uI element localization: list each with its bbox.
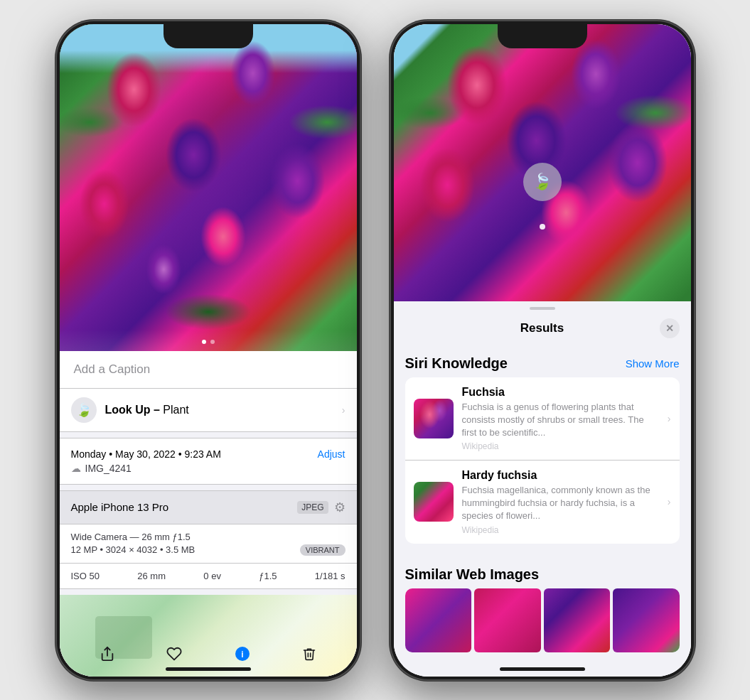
lookup-bold: Look Up – bbox=[105, 404, 160, 416]
phone1-content: Add a Caption 🍃 Look Up – Plant › bbox=[60, 24, 357, 677]
format-badge: JPEG bbox=[297, 501, 328, 514]
cloud-icon: ☁ bbox=[71, 463, 81, 474]
home-indicator-right bbox=[500, 667, 585, 671]
knowledge-item-hardy[interactable]: Hardy fuchsia Fuchsia magellanica, commo… bbox=[405, 461, 680, 544]
phone-left: Add a Caption 🍃 Look Up – Plant › bbox=[55, 20, 361, 681]
fuchsia-text: Fuchsia Fuchsia is a genus of flowering … bbox=[462, 386, 659, 452]
lookup-row[interactable]: 🍃 Look Up – Plant › bbox=[60, 389, 357, 432]
lookup-regular: Plant bbox=[160, 404, 189, 416]
device-badges: JPEG ⚙ bbox=[297, 500, 345, 515]
hardy-name: Hardy fuchsia bbox=[462, 469, 659, 482]
home-indicator bbox=[166, 667, 251, 671]
photo-area-right: 🍃 bbox=[394, 24, 691, 301]
show-more-button[interactable]: Show More bbox=[626, 357, 680, 370]
exif-ev: 0 ev bbox=[203, 571, 221, 581]
results-content[interactable]: Siri Knowledge Show More Fuchsia bbox=[394, 347, 691, 677]
leaf-icon: 🍃 bbox=[76, 402, 92, 418]
results-header: Results ✕ bbox=[394, 313, 691, 347]
sheet-handle-row bbox=[394, 301, 691, 313]
similar-header: Similar Web Images bbox=[405, 558, 680, 588]
similar-img-4[interactable] bbox=[613, 588, 680, 652]
phone-right-screen: 🍃 Results ✕ bbox=[394, 24, 691, 677]
camera-spec-text: Wide Camera — 26 mm ƒ1.5 bbox=[71, 532, 345, 542]
file-row: ☁ IMG_4241 bbox=[71, 463, 345, 474]
adjust-button[interactable]: Adjust bbox=[318, 448, 345, 460]
device-row: Apple iPhone 13 Pro JPEG ⚙ bbox=[60, 491, 357, 524]
date-text: Monday • May 30, 2022 • 9:23 AM bbox=[71, 448, 221, 460]
results-title: Results bbox=[425, 321, 660, 335]
map-preview bbox=[60, 595, 357, 677]
trash-button[interactable] bbox=[302, 646, 316, 662]
date-row: Monday • May 30, 2022 • 9:23 AM Adjust bbox=[71, 448, 345, 460]
phone-right: 🍃 Results ✕ bbox=[390, 20, 695, 681]
lookup-dot bbox=[540, 224, 545, 230]
filename-text: IMG_4241 bbox=[85, 463, 132, 474]
svg-text:i: i bbox=[241, 650, 243, 659]
exif-shutter: 1/181 s bbox=[315, 571, 345, 581]
knowledge-item-fuchsia[interactable]: Fuchsia Fuchsia is a genus of flowering … bbox=[405, 377, 680, 461]
hardy-text: Hardy fuchsia Fuchsia magellanica, commo… bbox=[462, 469, 659, 535]
similar-img-2[interactable] bbox=[474, 588, 541, 652]
fuchsia-desc: Fuchsia is a genus of flowering plants t… bbox=[462, 401, 659, 440]
photo-area-left bbox=[60, 24, 357, 351]
similar-img-1[interactable] bbox=[405, 588, 472, 652]
metadata-section: Monday • May 30, 2022 • 9:23 AM Adjust ☁… bbox=[60, 438, 357, 485]
siri-knowledge-title: Siri Knowledge bbox=[405, 355, 508, 372]
exif-row: ISO 50 26 mm 0 ev ƒ1.5 1/181 s bbox=[60, 563, 357, 588]
hardy-desc: Fuchsia magellanica, commonly known as t… bbox=[462, 484, 659, 523]
phones-container: Add a Caption 🍃 Look Up – Plant › bbox=[55, 20, 695, 681]
heart-button[interactable] bbox=[166, 646, 182, 662]
camera-mp-row: 12 MP • 3024 × 4032 • 3.5 MB VIBRANT bbox=[71, 544, 345, 556]
fuchsia-thumb bbox=[414, 399, 454, 438]
similar-title: Similar Web Images bbox=[405, 566, 540, 583]
phone-left-screen: Add a Caption 🍃 Look Up – Plant › bbox=[60, 24, 357, 677]
thumb-detail bbox=[414, 399, 454, 438]
notch-right bbox=[498, 24, 587, 48]
info-area: Add a Caption 🍃 Look Up – Plant › bbox=[60, 351, 357, 677]
hardy-thumb bbox=[414, 482, 454, 522]
knowledge-card: Fuchsia Fuchsia is a genus of flowering … bbox=[405, 377, 680, 544]
caption-field[interactable]: Add a Caption bbox=[60, 351, 357, 389]
sheet-handle bbox=[530, 307, 555, 310]
hardy-source: Wikipedia bbox=[462, 525, 659, 535]
siri-knowledge-header: Siri Knowledge Show More bbox=[405, 347, 680, 377]
hardy-chevron-icon: › bbox=[668, 496, 671, 507]
phone2-content: 🍃 Results ✕ bbox=[394, 24, 691, 677]
mp-text: 12 MP • 3024 × 4032 • 3.5 MB bbox=[71, 544, 195, 555]
similar-images-row bbox=[405, 588, 680, 652]
page-indicator bbox=[202, 340, 215, 344]
dot-2 bbox=[210, 340, 215, 344]
gear-icon[interactable]: ⚙ bbox=[334, 500, 345, 515]
share-button[interactable] bbox=[100, 646, 115, 662]
notch bbox=[164, 24, 253, 48]
visual-lookup-overlay[interactable]: 🍃 bbox=[523, 163, 562, 230]
device-section: Apple iPhone 13 Pro JPEG ⚙ Wide Camera —… bbox=[60, 490, 357, 589]
exif-aperture: ƒ1.5 bbox=[259, 571, 277, 581]
similar-img-3[interactable] bbox=[544, 588, 611, 652]
lookup-label: Look Up – Plant bbox=[105, 404, 189, 416]
fuchsia-name: Fuchsia bbox=[462, 386, 659, 399]
lookup-circle-button[interactable]: 🍃 bbox=[523, 163, 562, 201]
exif-iso: ISO 50 bbox=[71, 571, 100, 581]
fuchsia-chevron-icon: › bbox=[668, 413, 671, 424]
bottom-toolbar: i bbox=[60, 645, 357, 662]
lookup-icon: 🍃 bbox=[71, 397, 97, 423]
lookup-chevron-icon: › bbox=[342, 404, 345, 416]
camera-details: Wide Camera — 26 mm ƒ1.5 12 MP • 3024 × … bbox=[60, 524, 357, 563]
dot-1 bbox=[202, 340, 206, 344]
vibrant-badge: VIBRANT bbox=[300, 544, 345, 556]
exif-mm: 26 mm bbox=[137, 571, 166, 581]
device-name-text: Apple iPhone 13 Pro bbox=[71, 501, 169, 513]
flower-photo-left bbox=[60, 24, 357, 351]
leaf-visual-icon: 🍃 bbox=[532, 173, 552, 191]
fuchsia-source: Wikipedia bbox=[462, 441, 659, 451]
results-sheet: Results ✕ Siri Knowledge Show More bbox=[394, 301, 691, 677]
info-button[interactable]: i bbox=[234, 645, 251, 662]
close-button[interactable]: ✕ bbox=[660, 318, 680, 338]
similar-web-section: Similar Web Images bbox=[405, 549, 680, 658]
